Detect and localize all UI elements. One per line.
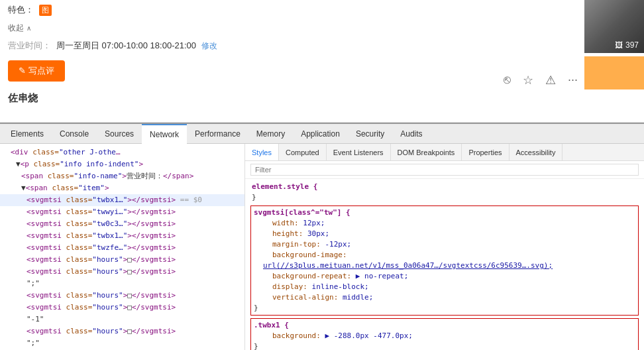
dom-line: <span class="info-name">营业时间：</span>	[0, 170, 244, 182]
dom-line: ";"	[0, 337, 244, 349]
store-photo: 🖼 397	[584, 0, 644, 53]
dom-line: <svgmtsi class="twbx1…"></svgmtsi>	[0, 230, 244, 242]
styles-filter-bar	[245, 161, 644, 179]
webpage-area: 🖼 397 特色： 图 收起 ∧ 营业时间： 周一至周日 07:00-10:00…	[0, 0, 644, 123]
edit-hours-link[interactable]: 修改	[201, 40, 217, 52]
feature-tag: 图	[39, 5, 52, 16]
tab-application[interactable]: Application	[293, 124, 348, 144]
dom-line: <svgmtsi class="hours">□</svgmtsi>	[0, 325, 244, 337]
styles-panel: Styles Computed Event Listeners DOM Brea…	[245, 144, 644, 350]
css-property-width: width: 12px;	[254, 218, 635, 229]
dom-line: <svgmtsi class="hours">□</svgmtsi>	[0, 302, 244, 314]
css-selector-line: element.style {	[252, 182, 639, 192]
css-selector: element.style {	[252, 182, 317, 191]
hours-bar: 营业时间： 周一至周日 07:00-10:00 18:00-21:00 修改	[0, 36, 644, 55]
write-review-button[interactable]: ✎ 写点评	[8, 60, 65, 82]
devtools-body: <div class="other J-othe… ▼<p class="inf…	[0, 144, 644, 350]
hours-text: 周一至周日 07:00-10:00 18:00-21:00	[56, 40, 196, 52]
subtab-dom-breakpoints[interactable]: DOM Breakpoints	[391, 144, 462, 160]
css-property-margin-top: margin-top: -12px;	[254, 239, 635, 250]
css-property-background-repeat: background-repeat: ▶ no-repeat;	[254, 271, 635, 282]
feature-bar: 特色： 图	[0, 0, 644, 20]
dom-line: <div class="other J-othe…	[0, 146, 244, 158]
styles-content: element.style { } svgmtsi[class^="tw"] {…	[245, 179, 644, 350]
css-property-display: display: inline-block;	[254, 282, 635, 292]
subtab-event-listeners[interactable]: Event Listeners	[327, 144, 391, 160]
photo-icon: 🖼	[615, 40, 623, 50]
tab-console[interactable]: Console	[52, 124, 97, 144]
css-close-line: }	[254, 341, 635, 350]
dom-line: <svgmtsi class="hours">□</svgmtsi>	[0, 290, 244, 302]
chevron-up-icon: ∧	[27, 25, 31, 32]
css-close-line: }	[252, 192, 639, 203]
dom-line-selected: <svgmtsi class="twbx1…"></svgmtsi> == $0	[0, 194, 244, 206]
css-property-background: background: ▶ -288.0px -477.0px;	[254, 331, 635, 341]
css-selector: .twbx1 {	[254, 321, 289, 329]
dom-line: <svgmtsi class="hours">□</svgmtsi>	[0, 254, 244, 266]
hours-label: 营业时间：	[8, 40, 51, 52]
tab-sources[interactable]: Sources	[97, 124, 142, 144]
feature-label: 特色：	[8, 4, 34, 16]
css-block-twbx1: .twbx1 { background: ▶ -288.0px -477.0px…	[250, 318, 639, 350]
css-selector-line: svgmtsi[class^="tw"] {	[254, 207, 635, 218]
tab-memory[interactable]: Memory	[248, 124, 293, 144]
share-icon[interactable]: ⎋	[504, 73, 511, 88]
dom-line: "-1"	[0, 314, 244, 325]
css-selector: svgmtsi[class^="tw"] {	[254, 208, 350, 217]
store-title: 佐串烧	[0, 87, 644, 107]
css-block-element-style: element.style { }	[250, 182, 639, 203]
tab-audits[interactable]: Audits	[392, 124, 430, 144]
dom-line: ▼<p class="info info-indent">	[0, 158, 244, 170]
star-icon[interactable]: ☆	[523, 73, 533, 88]
css-property-vertical-align: vertical-align: middle;	[254, 292, 635, 303]
styles-subtab-bar: Styles Computed Event Listeners DOM Brea…	[245, 144, 644, 161]
css-property-height: height: 30px;	[254, 229, 635, 239]
action-icons-bar: ⎋ ☆ ⚠ ···	[504, 73, 578, 88]
css-selector-line: .twbx1 {	[254, 320, 635, 331]
subtab-accessibility[interactable]: Accessibility	[510, 144, 563, 160]
tab-performance[interactable]: Performance	[187, 124, 248, 144]
subtab-computed[interactable]: Computed	[279, 144, 327, 160]
css-brace: }	[252, 193, 256, 202]
alert-icon[interactable]: ⚠	[545, 73, 556, 88]
tab-security[interactable]: Security	[348, 124, 392, 144]
subtab-styles[interactable]: Styles	[245, 144, 279, 160]
more-icon[interactable]: ···	[568, 73, 578, 88]
dom-line: ";"	[0, 278, 244, 290]
orange-promo-block	[584, 56, 644, 89]
devtools-panel: Elements Console Sources Network Perform…	[0, 123, 644, 350]
collapse-bar[interactable]: 收起 ∧	[0, 20, 644, 36]
collapse-text: 收起	[8, 23, 24, 34]
devtools-tab-bar: Elements Console Sources Network Perform…	[0, 124, 644, 144]
dom-line: <svgmtsi class="hours">□</svgmtsi>	[0, 266, 244, 278]
dom-line: <svgmtsi class="twzfe…"></svgmtsi>	[0, 242, 244, 254]
css-property-background-image: background-image: url(//s3plus.meituan.n…	[254, 250, 635, 271]
styles-filter-input[interactable]	[250, 164, 639, 176]
tab-elements[interactable]: Elements	[3, 124, 52, 144]
subtab-properties[interactable]: Properties	[462, 144, 509, 160]
css-close-line: }	[254, 303, 635, 314]
dom-line: <svgmtsi class="tw0c3…"></svgmtsi>	[0, 218, 244, 230]
dom-line: ▼<span class="item">	[0, 182, 244, 194]
dom-line: <svgmtsi class="twwyi…"></svgmtsi>	[0, 206, 244, 218]
css-block-svgmtsi: svgmtsi[class^="tw"] { width: 12px; heig…	[250, 205, 639, 316]
photo-count-badge: 🖼 397	[615, 40, 639, 50]
dom-panel: <div class="other J-othe… ▼<p class="inf…	[0, 144, 245, 350]
tab-network[interactable]: Network	[142, 124, 187, 144]
